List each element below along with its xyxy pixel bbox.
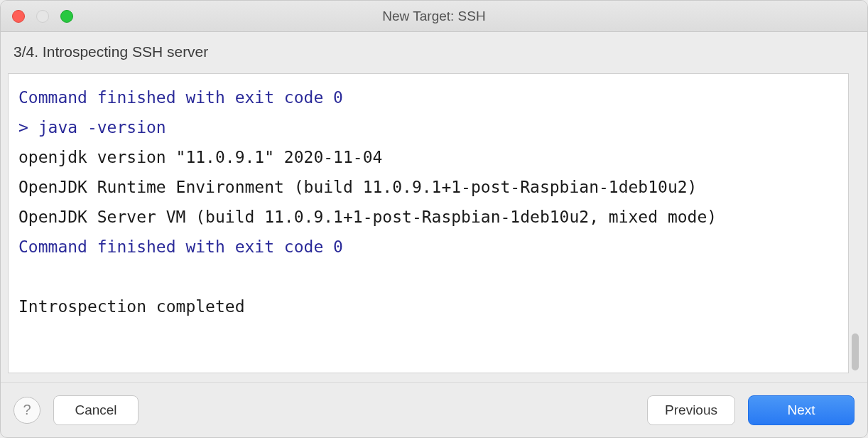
console-output[interactable]: Command finished with exit code 0 > java… — [8, 73, 849, 373]
traffic-lights — [1, 10, 73, 23]
console-line: OpenJDK Server VM (build 11.0.9.1+1-post… — [18, 208, 717, 226]
previous-button[interactable]: Previous — [647, 395, 735, 425]
console-line: Command finished with exit code 0 — [18, 88, 343, 107]
console-wrap: Command finished with exit code 0 > java… — [8, 73, 860, 373]
cancel-button[interactable]: Cancel — [53, 395, 139, 425]
scrollbar-thumb[interactable] — [852, 333, 859, 370]
console-line: Introspection completed — [18, 297, 245, 316]
next-button[interactable]: Next — [748, 395, 855, 425]
help-button[interactable]: ? — [13, 397, 40, 424]
dialog-footer: ? Cancel Previous Next — [1, 382, 867, 437]
console-line: openjdk version "11.0.9.1" 2020-11-04 — [18, 148, 382, 166]
step-heading: 3/4. Introspecting SSH server — [1, 32, 867, 73]
help-icon: ? — [23, 402, 31, 418]
titlebar: New Target: SSH — [1, 1, 867, 32]
console-line: Command finished with exit code 0 — [18, 237, 343, 256]
next-button-label: Next — [787, 402, 815, 418]
previous-button-label: Previous — [665, 402, 717, 418]
console-line: OpenJDK Runtime Environment (build 11.0.… — [18, 178, 697, 196]
dialog-window: New Target: SSH 3/4. Introspecting SSH s… — [0, 0, 868, 438]
scrollbar-track[interactable] — [850, 73, 860, 373]
window-title: New Target: SSH — [1, 9, 867, 24]
close-icon[interactable] — [12, 10, 25, 23]
maximize-icon[interactable] — [60, 10, 73, 23]
cancel-button-label: Cancel — [75, 402, 116, 418]
console-line: > java -version — [18, 118, 166, 137]
minimize-icon — [36, 10, 49, 23]
